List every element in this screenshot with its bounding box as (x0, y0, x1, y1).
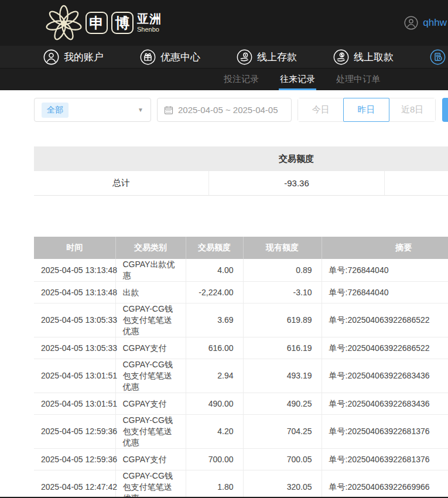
cell-amount: 2.94 (186, 359, 243, 393)
summary-table: 交易额度 总计 -93.36 (34, 146, 448, 196)
table-row: 2025-04-05 12:59:36 CGPAY-CG钱包支付笔笔送优惠 4.… (34, 415, 448, 449)
nav-item-deposit[interactable]: 线上存款 (237, 49, 297, 65)
top-header: 申 博 亚洲 Shenbo qhhw (0, 0, 448, 46)
logo-char-bo: 博 (111, 12, 134, 34)
cell-type: CGPAY支付 (115, 393, 186, 415)
tab-pending-orders[interactable]: 处理中订单 (335, 69, 381, 90)
cell-time: 2025-04-05 13:05:33 (34, 303, 115, 337)
cell-type: 出款 (115, 282, 186, 303)
logo-region-en: Shenbo (137, 26, 162, 33)
cell-amount: 4.00 (186, 259, 243, 282)
cell-type: CGPAY支付 (115, 449, 186, 470)
summary-header-amount: 交易额度 (208, 154, 384, 165)
cell-balance: 490.25 (243, 393, 322, 415)
col-header-amount: 交易额度 (186, 237, 243, 259)
cell-amount: 616.00 (186, 337, 243, 359)
chevron-down-icon: ▼ (138, 107, 143, 113)
tab-betting-records[interactable]: 投注记录 (223, 69, 260, 90)
nav-label: 线上取款 (354, 50, 394, 64)
logo-region-zh: 亚洲 (137, 13, 162, 25)
summary-header-row: 交易额度 (34, 146, 448, 171)
category-selected-chip: 全部 (42, 103, 69, 118)
brand-logo[interactable]: 申 博 亚洲 Shenbo (46, 4, 162, 42)
search-button-partial[interactable] (442, 98, 448, 122)
cell-balance: 700.05 (243, 449, 322, 470)
cell-time: 2025-04-05 13:13:48 (34, 259, 115, 282)
user-circle-icon (43, 49, 59, 65)
table-row: 2025-04-05 13:01:51 CGPAY-CG钱包支付笔笔送优惠 2.… (34, 359, 448, 393)
cell-time: 2025-04-05 13:01:51 (34, 359, 115, 393)
summary-total-row: 总计 -93.36 (34, 171, 448, 196)
cell-summary: 单号:202504063922683436 (322, 393, 448, 415)
nav-item-my-account[interactable]: 我的账户 (43, 49, 104, 65)
main-navigation: 我的账户 优惠中心 线上存款 线上取款 (0, 46, 448, 69)
cell-time: 2025-04-05 13:05:33 (34, 337, 115, 359)
col-header-summary: 摘要 (322, 237, 448, 259)
user-avatar-icon (404, 16, 418, 30)
table-row: 2025-04-05 13:13:48 出款 -2,224.00 -3.10 单… (34, 282, 448, 303)
cell-balance: 616.19 (243, 337, 322, 359)
table-row: 2025-04-05 13:05:33 CGPAY支付 616.00 616.1… (34, 337, 448, 359)
tab-transaction-records[interactable]: 往来记录 (279, 69, 316, 90)
username: qhhw (423, 17, 447, 29)
summary-total-empty (384, 171, 448, 195)
nav-item-promotions[interactable]: 优惠中心 (140, 49, 200, 65)
withdraw-hand-icon (333, 49, 349, 65)
cell-type: CGPAY支付 (115, 337, 186, 359)
nav-item-transaction-records[interactable]: 往来记录 (430, 49, 448, 65)
cell-summary: 单号:726844040 (322, 259, 448, 282)
cell-type: CGPAY出款优惠 (115, 259, 186, 282)
cell-balance: 619.89 (243, 303, 322, 337)
date-range-input[interactable]: 2025-04-05 ~ 2025-04-05 (157, 98, 292, 122)
flower-logo-icon (46, 4, 82, 42)
cell-amount: 4.20 (186, 415, 243, 449)
cell-summary: 单号:202504063922683436 (322, 359, 448, 393)
transactions-table-wrap: 时间 交易类别 交易额度 现有额度 摘要 2025-04-05 13:13:48… (34, 237, 448, 498)
cell-summary: 单号:726844040 (322, 282, 448, 303)
nav-item-withdraw[interactable]: 线上取款 (333, 49, 394, 65)
transactions-body: 2025-04-05 13:13:48 CGPAY出款优惠 4.00 0.89 … (34, 259, 448, 498)
category-select[interactable]: 全部 ▼ (34, 98, 151, 122)
cell-balance: 704.25 (243, 415, 322, 449)
records-clipboard-icon (430, 49, 446, 65)
cell-type: CGPAY-CG钱包支付笔笔送优惠 (115, 303, 186, 337)
cell-summary: 单号:202504063922681376 (322, 449, 448, 470)
col-header-type: 交易类别 (115, 237, 186, 259)
summary-total-label: 总计 (34, 171, 208, 195)
cell-type: CGPAY-CG钱包支付笔笔送优惠 (115, 470, 186, 498)
cell-balance: 493.19 (243, 359, 322, 393)
nav-label: 我的账户 (64, 50, 104, 64)
table-row: 2025-04-05 13:13:48 CGPAY出款优惠 4.00 0.89 … (34, 259, 448, 282)
cell-amount: -2,224.00 (186, 282, 243, 303)
cell-balance: -3.10 (243, 282, 322, 303)
cell-amount: 700.00 (186, 449, 243, 470)
table-header-row: 时间 交易类别 交易额度 现有额度 摘要 (34, 237, 448, 259)
cell-type: CGPAY-CG钱包支付笔笔送优惠 (115, 359, 186, 393)
cell-time: 2025-04-05 13:01:51 (34, 393, 115, 415)
table-row: 2025-04-05 13:05:33 CGPAY-CG钱包支付笔笔送优惠 3.… (34, 303, 448, 337)
user-account[interactable]: qhhw (404, 0, 448, 46)
calendar-icon (164, 105, 173, 115)
nav-label: 优惠中心 (160, 50, 200, 64)
cell-amount: 3.69 (186, 303, 243, 337)
yesterday-button[interactable]: 昨日 (343, 98, 390, 122)
table-row: 2025-04-05 12:47:42 CGPAY-CG钱包支付笔笔送优惠 1.… (34, 470, 448, 498)
cell-summary: 单号:202504063922681376 (322, 415, 448, 449)
cell-time: 2025-04-05 12:59:36 (34, 415, 115, 449)
cell-balance: 320.05 (243, 470, 322, 498)
cell-summary: 单号:202504063922686522 (322, 337, 448, 359)
logo-char-shen: 申 (86, 12, 108, 34)
table-row: 2025-04-05 12:59:36 CGPAY支付 700.00 700.0… (34, 449, 448, 470)
deposit-hand-icon (237, 49, 252, 65)
cell-amount: 1.80 (186, 470, 243, 498)
transactions-table: 时间 交易类别 交易额度 现有额度 摘要 2025-04-05 13:13:48… (34, 237, 448, 498)
cell-time: 2025-04-05 13:13:48 (34, 282, 115, 303)
summary-total-value: -93.36 (208, 171, 384, 195)
col-header-time: 时间 (34, 237, 115, 259)
date-range-value: 2025-04-05 ~ 2025-04-05 (178, 105, 278, 115)
today-button[interactable]: 今日 (298, 98, 344, 121)
cell-summary: 单号:202504063922669966 (322, 470, 448, 498)
last-8-days-button[interactable]: 近8日 (389, 98, 435, 121)
cell-time: 2025-04-05 12:59:36 (34, 449, 115, 470)
cell-type: CGPAY-CG钱包支付笔笔送优惠 (115, 415, 186, 449)
